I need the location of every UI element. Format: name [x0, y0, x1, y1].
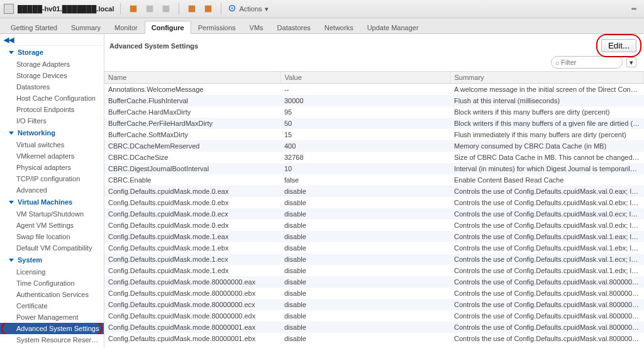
- sidebar-item-power-management[interactable]: Power Management: [0, 312, 104, 323]
- cell-summary: Controls the use of Config.Defaults.cpui…: [450, 186, 644, 197]
- table-row[interactable]: Config.Defaults.cpuidMask.mode.80000000.…: [104, 310, 644, 322]
- table-row[interactable]: Config.Defaults.cpuidMask.mode.80000000.…: [104, 299, 644, 310]
- tab-monitor[interactable]: Monitor: [108, 21, 145, 34]
- sidebar-item-advanced[interactable]: Advanced: [0, 184, 104, 196]
- table-row[interactable]: Config.Defaults.cpuidMask.mode.0.ebxdisa…: [104, 197, 644, 208]
- toolbar-separator: [120, 3, 121, 14]
- tab-networks[interactable]: Networks: [318, 21, 360, 34]
- cell-summary: Controls the use of Config.Defaults.cpui…: [450, 254, 644, 265]
- table-row[interactable]: Config.Defaults.cpuidMask.mode.1.eaxdisa…: [104, 231, 644, 242]
- cell-value: --: [280, 84, 450, 96]
- sidebar-item-security-profile[interactable]: Security Profile: [0, 345, 104, 348]
- table-row[interactable]: BufferCache.FlushInterval30000Flush at t…: [104, 95, 644, 106]
- chevron-down-icon: [9, 132, 14, 135]
- toolbar-action-4[interactable]: [186, 3, 198, 15]
- cell-value: disable: [280, 299, 450, 310]
- toolbar-action-3[interactable]: [160, 3, 172, 15]
- sidebar-item-physical-adapters[interactable]: Physical adapters: [0, 162, 104, 173]
- sidebar-category-virtual-machines[interactable]: Virtual Machines: [0, 196, 104, 208]
- cell-value: 50: [280, 118, 450, 129]
- column-header-summary[interactable]: Summary: [450, 72, 644, 84]
- toolbar-action-2[interactable]: [143, 3, 156, 15]
- table-row[interactable]: Annotations.WelcomeMessage--A welcome me…: [104, 84, 644, 96]
- sidebar-item-swap-file-location[interactable]: Swap file location: [0, 231, 104, 242]
- sidebar-item-i-o-filters[interactable]: I/O Filters: [0, 115, 104, 126]
- column-header-name[interactable]: Name: [104, 72, 280, 84]
- sidebar-item-default-vm-compatibility[interactable]: Default VM Compatibility: [0, 242, 104, 254]
- table-row[interactable]: Config.Defaults.cpuidMask.mode.80000000.…: [104, 276, 644, 288]
- sidebar-item-advanced-system-settings[interactable]: Advanced System Settings: [0, 323, 104, 334]
- tab-summary[interactable]: Summary: [64, 21, 108, 34]
- table-row[interactable]: Config.Defaults.cpuidMask.mode.1.ebxdisa…: [104, 242, 644, 254]
- table-row[interactable]: CBRC.DCacheMemReserved400Memory consumed…: [104, 140, 644, 152]
- table-row[interactable]: CBRC.DCacheSize32768Size of CBRC Data Ca…: [104, 152, 644, 163]
- sidebar-item-certificate[interactable]: Certificate: [0, 300, 104, 312]
- sidebar-category-system[interactable]: System: [0, 254, 104, 266]
- edit-button[interactable]: Edit...: [601, 39, 636, 52]
- tab-update-manager[interactable]: Update Manager: [360, 21, 426, 34]
- toolbar-action-1[interactable]: [127, 3, 140, 15]
- table-row[interactable]: Config.Defaults.cpuidMask.mode.1.edxdisa…: [104, 265, 644, 276]
- sidebar-item-agent-vm-settings[interactable]: Agent VM Settings: [0, 220, 104, 231]
- sidebar-item-protocol-endpoints[interactable]: Protocol Endpoints: [0, 104, 104, 115]
- filter-input[interactable]: [560, 58, 606, 67]
- table-row[interactable]: BufferCache.PerFileHardMaxDirty50Block w…: [104, 118, 644, 129]
- table-row[interactable]: Config.Defaults.cpuidMask.mode.0.edxdisa…: [104, 220, 644, 231]
- cell-value: 30000: [280, 95, 450, 106]
- sidebar-item-licensing[interactable]: Licensing: [0, 266, 104, 278]
- table-row[interactable]: Config.Defaults.cpuidMask.mode.80000000.…: [104, 288, 644, 299]
- actions-menu[interactable]: Actions ▾: [228, 4, 268, 14]
- sidebar-item-vm-startup-shutdown[interactable]: VM Startup/Shutdown: [0, 208, 104, 220]
- tab-datastores[interactable]: Datastores: [270, 21, 318, 34]
- sidebar-item-storage-devices[interactable]: Storage Devices: [0, 70, 104, 81]
- sidebar-item-host-cache-configuration[interactable]: Host Cache Configuration: [0, 93, 104, 104]
- sidebar-item-vmkernel-adapters[interactable]: VMkernel adapters: [0, 150, 104, 162]
- cell-name: BufferCache.PerFileHardMaxDirty: [104, 118, 280, 129]
- table-row[interactable]: Config.Defaults.cpuidMask.mode.0.ecxdisa…: [104, 208, 644, 220]
- chevron-down-icon: [9, 259, 14, 262]
- column-header-value[interactable]: Value: [280, 72, 450, 84]
- tab-configure[interactable]: Configure: [145, 21, 191, 34]
- cell-value: disable: [280, 254, 450, 265]
- cell-name: BufferCache.FlushInterval: [104, 95, 280, 106]
- table-row[interactable]: CBRC.EnablefalseEnable Content Based Rea…: [104, 174, 644, 186]
- filter-input-wrap[interactable]: ⌕: [551, 56, 623, 69]
- cell-summary: Controls the use of Config.Defaults.cpui…: [450, 288, 644, 299]
- chevron-down-icon: ▾: [265, 5, 269, 13]
- cell-name: Config.Defaults.cpuidMask.mode.80000000.…: [104, 276, 280, 288]
- sidebar-item-storage-adapters[interactable]: Storage Adapters: [0, 59, 104, 70]
- cell-name: Config.Defaults.cpuidMask.mode.0.eax: [104, 186, 280, 197]
- table-row[interactable]: Config.Defaults.cpuidMask.mode.0.eaxdisa…: [104, 186, 644, 197]
- sidebar-category-storage[interactable]: Storage: [0, 46, 104, 59]
- cell-summary: Memory consumed by CBRC Data Cache (in M…: [450, 140, 644, 152]
- table-row[interactable]: Config.Defaults.cpuidMask.mode.80000001.…: [104, 333, 644, 344]
- tab-vms[interactable]: VMs: [243, 21, 270, 34]
- cell-summary: Flush immediately if this many buffers a…: [450, 129, 644, 140]
- sidebar-collapse[interactable]: ◀◀: [0, 34, 104, 46]
- table-row[interactable]: Config.Defaults.cpuidMask.mode.1.ecxdisa…: [104, 254, 644, 265]
- svg-rect-1: [147, 6, 153, 13]
- toolbar-action-5[interactable]: [202, 3, 214, 15]
- table-row[interactable]: BufferCache.SoftMaxDirty15Flush immediat…: [104, 129, 644, 140]
- pin-button[interactable]: [628, 3, 640, 15]
- settings-grid[interactable]: Name Value Summary Annotations.WelcomeMe…: [104, 71, 644, 348]
- tab-getting-started[interactable]: Getting Started: [4, 21, 64, 34]
- sidebar-item-time-configuration[interactable]: Time Configuration: [0, 278, 104, 289]
- cell-name: BufferCache.HardMaxDirty: [104, 106, 280, 118]
- cell-value: disable: [280, 333, 450, 344]
- svg-rect-7: [631, 8, 636, 10]
- sidebar-item-datastores[interactable]: Datastores: [0, 81, 104, 93]
- cell-summary: Block writers if this many buffers of a …: [450, 118, 644, 129]
- page-title: Advanced System Settings: [109, 42, 198, 50]
- sidebar-item-virtual-switches[interactable]: Virtual switches: [0, 139, 104, 150]
- table-row[interactable]: Config.Defaults.cpuidMask.mode.80000001.…: [104, 322, 644, 333]
- table-row[interactable]: BufferCache.HardMaxDirty95Block writers …: [104, 106, 644, 118]
- tab-permissions[interactable]: Permissions: [191, 21, 243, 34]
- cell-summary: Interval (in minutes) for which Digest J…: [450, 163, 644, 174]
- sidebar-item-tcp-ip-configuration[interactable]: TCP/IP configuration: [0, 173, 104, 184]
- sidebar-category-networking[interactable]: Networking: [0, 126, 104, 139]
- filter-options-button[interactable]: ▾: [626, 57, 636, 67]
- sidebar-item-system-resource-reservation[interactable]: System Resource Reservation: [0, 334, 104, 345]
- sidebar-item-authentication-services[interactable]: Authentication Services: [0, 289, 104, 300]
- table-row[interactable]: CBRC.DigestJournalBootInterval10Interval…: [104, 163, 644, 174]
